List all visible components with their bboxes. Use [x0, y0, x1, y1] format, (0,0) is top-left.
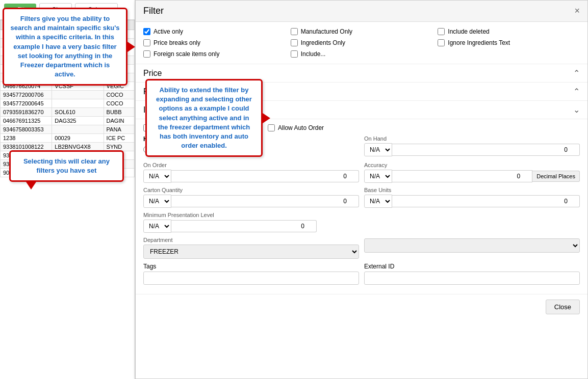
table-cell: LB2BNVG4X8: [52, 143, 104, 151]
table-row[interactable]: 9346758003353PANA: [1, 125, 135, 134]
table-cell: SOL610: [52, 108, 104, 117]
table-cell: [52, 99, 104, 108]
filter-title: Filter: [143, 6, 164, 16]
close-bottom-button[interactable]: Close: [546, 300, 580, 314]
allow-auto-order-checkbox[interactable]: [268, 124, 275, 131]
checkbox-ingredients-only: Ingredients Only: [291, 39, 433, 46]
external-id-input[interactable]: [364, 272, 580, 285]
carton-qty-input-row: N/A>=<=: [143, 195, 359, 208]
table-cell: 9345772000645: [1, 99, 52, 108]
tags-external-row: Tags External ID: [143, 263, 580, 285]
table-cell: 9346758003353: [1, 125, 52, 134]
base-units-number[interactable]: [392, 195, 580, 207]
on-hand-group: On Hand N/A>=<==: [364, 136, 580, 158]
ingredients-only-label: Ingredients Only: [301, 39, 345, 46]
price-title: Price: [143, 69, 162, 78]
tooltip1-text: Filters give you the ability to search a…: [10, 14, 120, 79]
table-cell: DAG325: [52, 117, 104, 125]
carton-qty-field: Carton Quantity N/A>=<=: [143, 187, 359, 208]
ignore-ingredients-checkbox[interactable]: [438, 39, 445, 46]
base-units-dropdown[interactable]: N/A>=<=: [364, 195, 392, 208]
checkbox-include-deleted: Include deleted: [438, 28, 580, 35]
table-row[interactable]: 9338101008122LB2BNVG4X8SYND: [1, 143, 135, 151]
on-order-dropdown[interactable]: N/A>=<=: [143, 170, 171, 183]
tooltip2-text: Ability to extend the filter by expandin…: [153, 86, 255, 150]
tooltip3-text: Selecting this will clear any filters yo…: [17, 157, 116, 175]
on-hand-input-row: N/A>=<==: [364, 143, 580, 156]
foreign-scale-checkbox[interactable]: [143, 50, 150, 58]
tooltip-filters: Filters give you the ability to search a…: [3, 8, 127, 86]
carton-qty-label: Carton Quantity: [143, 187, 359, 193]
table-cell: ICE PC: [104, 134, 134, 143]
table-row[interactable]: 046676911325DAG325DAGIN: [1, 117, 135, 125]
accuracy-dropdown[interactable]: N/A>=<=: [364, 170, 392, 183]
manufactured-only-checkbox[interactable]: [291, 28, 298, 35]
table-row[interactable]: 9345772000645COCO: [1, 99, 135, 108]
department-group: Department FREEZER PRODUCE BAKERY: [143, 237, 359, 259]
min-presentation-dropdown[interactable]: N/A>=<=: [143, 220, 171, 233]
min-presentation-group: Minimum Presentation Level N/A>=<=: [143, 212, 580, 233]
on-hand-number[interactable]: [392, 144, 580, 156]
ignore-ingredients-label: Ignore Ingredients Text: [448, 39, 510, 46]
checkbox-manufactured-only: Manufactured Only: [291, 28, 433, 35]
tags-label: Tags: [143, 263, 359, 270]
table-cell: COCO: [104, 91, 134, 99]
ingredients-only-checkbox[interactable]: [291, 39, 298, 46]
on-order-number[interactable]: [171, 170, 359, 182]
foreign-scale-label: Foreign scale items only: [154, 50, 219, 58]
allow-auto-order-label: Allow Auto Order: [278, 124, 324, 131]
include-deleted-checkbox[interactable]: [438, 28, 445, 35]
on-hand-label: On Hand: [364, 136, 580, 142]
filter-panel-header: Filter ×: [136, 1, 587, 22]
accuracy-input-row: N/A>=<= Decimal Places: [364, 170, 580, 183]
include-label: Include...: [301, 50, 326, 58]
carton-base-group: Carton Quantity N/A>=<= Base Units N/A>=…: [143, 187, 580, 208]
table-row[interactable]: 123800029ICE PC: [1, 134, 135, 143]
price-breaks-checkbox[interactable]: [143, 39, 150, 46]
decimal-places-button[interactable]: Decimal Places: [532, 171, 580, 182]
on-hand-dropdown[interactable]: N/A>=<==: [364, 143, 392, 156]
table-cell: 00029: [52, 134, 104, 143]
active-only-checkbox[interactable]: [143, 28, 150, 35]
table-cell: COCO: [104, 99, 134, 108]
table-cell: DAGIN: [104, 117, 134, 125]
carton-qty-dropdown[interactable]: N/A>=<=: [143, 195, 171, 208]
table-cell: 046676911325: [1, 117, 52, 125]
filter-checkboxes: Active only Manufactured Only Include de…: [136, 22, 587, 64]
department-secondary-select[interactable]: [364, 238, 580, 253]
tags-group: Tags: [143, 263, 359, 285]
department-secondary-group: [364, 237, 580, 259]
pos-chevron-icon: ⌃: [573, 87, 580, 96]
tooltip3-arrow: [26, 182, 36, 190]
on-order-label: On Order: [143, 162, 359, 168]
include-deleted-label: Include deleted: [448, 28, 489, 35]
table-cell: 1238: [1, 134, 52, 143]
table-row[interactable]: 9345772000706COCO: [1, 91, 135, 99]
accuracy-number[interactable]: [392, 170, 532, 182]
table-row[interactable]: 0793591836270SOL610BUBB: [1, 108, 135, 117]
table-cell: 0793591836270: [1, 108, 52, 117]
table-cell: 9345772000706: [1, 91, 52, 99]
inventory-chevron-icon: ⌄: [573, 105, 580, 115]
price-chevron-icon: ⌃: [573, 68, 580, 78]
on-order-accuracy-group: On Order N/A>=<= Accuracy N/A>=<=: [143, 162, 580, 183]
carton-qty-number[interactable]: [171, 195, 359, 207]
on-order-input-row: N/A>=<=: [143, 170, 359, 183]
checkbox-foreign-scale: Foreign scale items only: [143, 50, 286, 58]
active-only-label: Active only: [154, 28, 183, 35]
include-checkbox[interactable]: [291, 50, 298, 58]
filter-close-button[interactable]: ×: [574, 6, 580, 16]
tooltip-extend-filter: Ability to extend the filter by expandin…: [145, 79, 263, 157]
table-cell: [52, 125, 104, 134]
tags-input[interactable]: [143, 272, 359, 285]
min-presentation-input-row: N/A>=<=: [143, 220, 317, 233]
min-presentation-number[interactable]: [171, 220, 317, 232]
accuracy-label: Accuracy: [364, 162, 580, 168]
tooltip-clear: Selecting this will clear any filters yo…: [9, 150, 124, 182]
min-presentation-label: Minimum Presentation Level: [143, 212, 580, 218]
department-select[interactable]: FREEZER PRODUCE BAKERY: [143, 245, 359, 259]
base-units-input-row: N/A>=<=: [364, 195, 580, 208]
filter-panel: Filter × Active only Manufactured Only I…: [135, 0, 588, 379]
checkbox-include: Include...: [291, 50, 433, 58]
tooltip2-arrow: [263, 113, 270, 123]
